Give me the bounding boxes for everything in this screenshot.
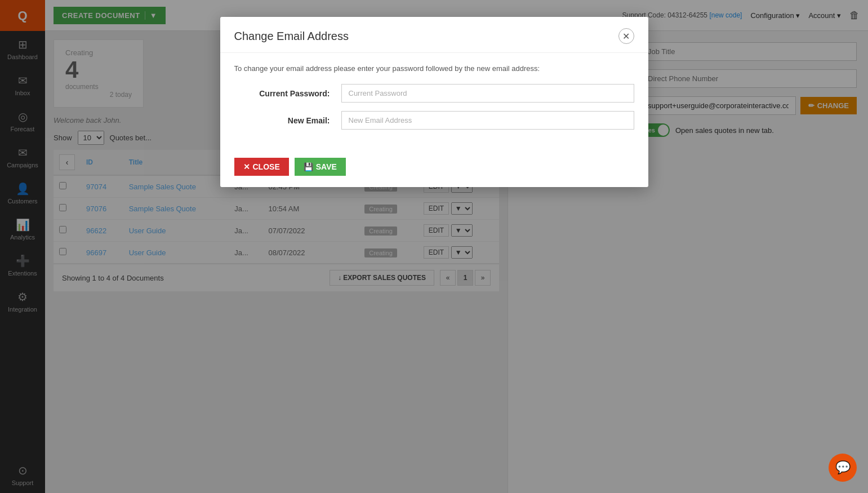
modal-description: To change your email address please ente… (234, 64, 634, 73)
modal-body: To change your email address please ente… (220, 53, 648, 149)
modal-new-email-group: New Email: (234, 111, 634, 130)
support-fab-button[interactable]: 💬 (829, 454, 857, 482)
modal-new-email-input[interactable] (341, 111, 634, 130)
modal-title: Change Email Address (234, 30, 349, 43)
save-icon: 💾 (304, 162, 313, 171)
modal-footer: ✕ CLOSE 💾 SAVE (220, 149, 648, 187)
modal-close-button[interactable]: ✕ (618, 28, 634, 44)
modal-header: Change Email Address ✕ (220, 17, 648, 53)
x-icon: ✕ (243, 162, 250, 171)
modal-new-email-label: New Email: (234, 116, 330, 125)
change-email-modal: Change Email Address ✕ To change your em… (220, 17, 648, 187)
modal-save-label: SAVE (316, 162, 337, 171)
modal-password-label: Current Password: (234, 89, 330, 98)
modal-close-btn[interactable]: ✕ CLOSE (234, 158, 289, 176)
modal-password-input[interactable] (341, 84, 634, 103)
modal-overlay[interactable]: Change Email Address ✕ To change your em… (0, 0, 868, 493)
modal-password-group: Current Password: (234, 84, 634, 103)
chat-icon: 💬 (835, 460, 851, 475)
modal-close-label: CLOSE (253, 162, 280, 171)
modal-save-btn[interactable]: 💾 SAVE (295, 158, 346, 176)
